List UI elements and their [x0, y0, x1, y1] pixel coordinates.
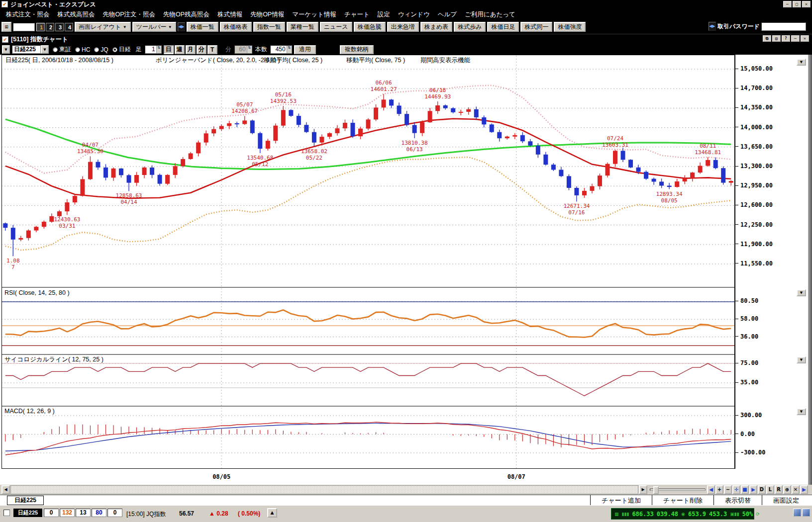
nav-button[interactable]: +: [715, 485, 723, 494]
shortcut-button[interactable]: 株価一覧: [187, 22, 218, 32]
period-button-月[interactable]: 月: [186, 45, 196, 54]
shortcut-button[interactable]: 指数一覧: [253, 22, 285, 32]
shortcut-button[interactable]: 株価日足: [487, 22, 519, 32]
chart-action-button[interactable]: 画面設定: [762, 495, 810, 506]
scrollbar-track[interactable]: [10, 485, 638, 494]
popup-up-button[interactable]: ▲: [267, 508, 277, 518]
market-radio-HC[interactable]: HC: [75, 45, 90, 54]
price-chart-canvas[interactable]: 日経225( 日, 2006/10/18 - 2008/08/15 )ボリンジャ…: [1, 55, 735, 469]
period-button-T[interactable]: T: [207, 45, 217, 54]
zoom-slider[interactable]: [650, 489, 706, 491]
nav-button[interactable]: ◀: [707, 485, 715, 494]
screen-layout-button[interactable]: 画面レイアウト ▼: [75, 22, 131, 32]
menu-item[interactable]: マーケット情報: [288, 10, 340, 19]
chart-action-button[interactable]: チャート追加: [590, 495, 652, 506]
help-icon[interactable]: ?: [782, 35, 790, 42]
menu-item[interactable]: 先物OP残高照会: [159, 10, 213, 19]
menu-item[interactable]: 設定: [374, 10, 394, 19]
workspace-button-3[interactable]: 3: [55, 23, 64, 31]
period-button-日[interactable]: 日: [164, 45, 174, 54]
shortcut-button[interactable]: 株価格表: [220, 22, 252, 32]
multi-symbol-button[interactable]: 複数銘柄: [340, 45, 374, 54]
nav-button[interactable]: ▶: [800, 485, 808, 494]
shortcut-button[interactable]: 株価急騰: [354, 22, 386, 32]
shortcut-button[interactable]: 出来急増: [387, 22, 419, 32]
horizontal-scrollbar[interactable]: ◀ ▶ ◀+−✛■▶DLR⊕✕▶: [0, 485, 812, 495]
shortcut-button[interactable]: 株式同一: [520, 22, 552, 32]
ashi-spinner[interactable]: 1⇅: [145, 45, 162, 54]
chevron-down-icon[interactable]: ▼: [41, 45, 49, 54]
minimize-button[interactable]: ─: [783, 1, 792, 7]
restore-icon[interactable]: ⧉: [763, 35, 771, 42]
close-icon[interactable]: ✕: [801, 35, 809, 42]
svg-text:06/06: 06/06: [375, 80, 392, 86]
scroll-right-button[interactable]: ▶: [639, 485, 647, 494]
menu-item[interactable]: ご利用にあたって: [461, 10, 519, 19]
period-button-週[interactable]: 週: [175, 45, 185, 54]
chart-tab[interactable]: 日経225: [7, 496, 44, 505]
spinner-arrows-icon[interactable]: ⇅: [156, 46, 161, 53]
nav-button[interactable]: −: [724, 485, 732, 494]
minute-spinner: 60⇅: [234, 45, 252, 54]
layout-grid-icon[interactable]: ⊞: [1, 22, 11, 32]
nav-button[interactable]: L: [766, 485, 774, 494]
nav-button[interactable]: R: [775, 485, 783, 494]
market-radio-日経[interactable]: 日経: [112, 45, 131, 54]
menu-item[interactable]: ウィンドウ: [394, 10, 434, 19]
symbol-combo[interactable]: 日経225 ▼: [12, 45, 49, 54]
price-axis: 15,050.0014,700.0014,350.0014,000.0013,6…: [735, 55, 795, 469]
nav-button[interactable]: ⊕: [783, 485, 791, 494]
nav-button[interactable]: ▶: [749, 485, 757, 494]
panel-dropdown-button[interactable]: ▼: [797, 289, 806, 296]
nav-button[interactable]: D: [758, 485, 766, 494]
list-icon[interactable]: ▤: [772, 35, 781, 42]
bars-spinner[interactable]: 450⇅: [270, 45, 292, 54]
svg-text:05/22: 05/22: [306, 155, 322, 161]
minimize-icon[interactable]: ─: [791, 35, 800, 42]
close-button[interactable]: ✕: [802, 1, 811, 7]
market-radio-JQ[interactable]: JQ: [94, 45, 108, 54]
spinner-arrows-icon[interactable]: ⇅: [287, 46, 292, 53]
apply-button[interactable]: 適用: [294, 45, 316, 54]
menu-item[interactable]: 先物OP情報: [246, 10, 288, 19]
workspace-button-4[interactable]: 4: [65, 23, 73, 31]
toolbar-grip-icon[interactable]: ◀▶: [178, 22, 185, 31]
scroll-left-button[interactable]: ◀: [1, 485, 10, 494]
shortcut-button[interactable]: 株まめ表: [420, 22, 453, 32]
workspace-button-1[interactable]: 1: [36, 23, 45, 31]
panel-dropdown-button[interactable]: ▼: [797, 408, 806, 415]
menu-item[interactable]: 株式残高照会: [54, 10, 99, 19]
menu-item[interactable]: チャート: [340, 10, 374, 19]
shortcut-button[interactable]: 業種一覧: [287, 22, 318, 32]
svg-text:03/31: 03/31: [59, 223, 75, 229]
shortcut-button[interactable]: ニュース: [320, 22, 352, 32]
nav-button[interactable]: ✛: [732, 485, 740, 494]
toolbar-grip-icon[interactable]: ◀▶: [709, 22, 716, 31]
zoom-slider-thumb[interactable]: [653, 486, 659, 494]
chart-region[interactable]: 日経225( 日, 2006/10/18 - 2008/08/15 )ボリンジャ…: [0, 55, 812, 469]
period-button-分[interactable]: 分: [197, 45, 206, 54]
tray-icon[interactable]: [793, 509, 801, 517]
menu-item[interactable]: 株式情報: [213, 10, 246, 19]
menu-item[interactable]: ヘルプ: [434, 10, 461, 19]
menu-item[interactable]: 先物OP注文・照会: [99, 10, 160, 19]
maximize-button[interactable]: □: [793, 1, 801, 7]
shortcut-button[interactable]: 株式歩み: [454, 22, 486, 32]
password-input[interactable]: [761, 22, 806, 31]
toolbar-input[interactable]: [13, 23, 35, 31]
shortcut-button[interactable]: 株価強度: [554, 22, 586, 32]
chart-action-button[interactable]: チャート削除: [652, 495, 713, 506]
svg-text:13810.38: 13810.38: [402, 140, 428, 146]
nav-button[interactable]: ■: [741, 485, 749, 494]
symbol-history-dropdown-button[interactable]: ▼: [2, 45, 10, 54]
menu-item[interactable]: 株式注文・照会: [2, 10, 54, 19]
workspace-button-2[interactable]: 2: [46, 23, 54, 31]
panel-dropdown-button[interactable]: ▼: [797, 59, 806, 66]
toolbar-menu-button[interactable]: ツールバー ▼: [132, 22, 176, 32]
panel-dropdown-button[interactable]: ▼: [797, 356, 806, 363]
nav-button[interactable]: ✕: [792, 485, 800, 494]
market-radio-東証[interactable]: 東証: [53, 45, 71, 54]
chart-action-button[interactable]: 表示切替: [713, 495, 762, 506]
status-checkbox[interactable]: [3, 510, 10, 516]
tray-icon[interactable]: [802, 509, 810, 517]
